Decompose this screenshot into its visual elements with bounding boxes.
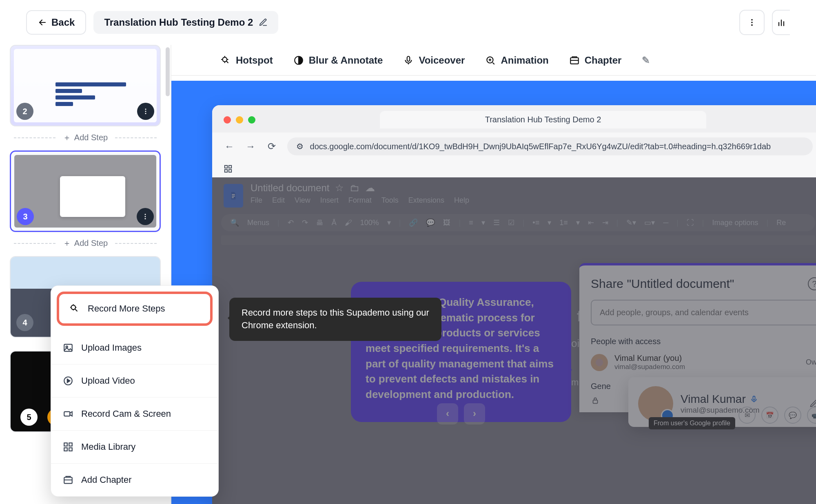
svg-rect-31: [69, 443, 72, 446]
step-number-badge: 5: [20, 409, 38, 426]
app-header: Back Translation Hub Testing Demo 2: [0, 0, 816, 45]
image-icon: [62, 342, 74, 354]
svg-point-1: [751, 22, 753, 23]
svg-rect-30: [64, 443, 67, 446]
step-more-button[interactable]: [137, 208, 154, 225]
tab-overflow[interactable]: ✎: [642, 55, 650, 66]
tab-chapter[interactable]: Chapter: [569, 55, 622, 66]
svg-rect-33: [69, 448, 72, 451]
window-controls: [224, 116, 255, 124]
browser-titlebar: Translation Hub Testing Demo 2: [212, 105, 816, 133]
tab-hotspot[interactable]: Hotspot: [220, 55, 273, 66]
half-circle-icon: [293, 55, 304, 66]
tab-label: Voiceover: [419, 55, 465, 66]
analytics-button[interactable]: [772, 10, 790, 35]
bar-chart-icon: [776, 18, 786, 27]
tab-label: Chapter: [585, 55, 622, 66]
arrow-left-icon: [38, 18, 47, 27]
maximize-dot-icon: [248, 116, 255, 124]
chapter-icon: [62, 474, 74, 486]
apps-icon[interactable]: [212, 160, 816, 177]
add-step-label: Add Step: [74, 133, 108, 142]
svg-point-5: [145, 113, 146, 114]
nav-reload-icon[interactable]: ⟳: [266, 141, 277, 152]
add-step-divider[interactable]: ＋ Add Step: [10, 132, 161, 143]
svg-rect-17: [229, 166, 231, 168]
sidebar-scrollbar[interactable]: [166, 47, 170, 96]
address-text: docs.google.com/document/d/1KO9_twBdH9H_…: [310, 142, 771, 151]
back-button[interactable]: Back: [26, 10, 86, 35]
tab-blur-annotate[interactable]: Blur & Annotate: [293, 55, 383, 66]
svg-rect-13: [407, 56, 410, 61]
plus-icon: ＋: [63, 132, 71, 143]
camera-icon: [62, 408, 74, 420]
tab-label: Animation: [501, 55, 548, 66]
step-more-button[interactable]: [137, 103, 154, 120]
address-bar[interactable]: ⚙ docs.google.com/document/d/1KO9_twBdH9…: [287, 137, 813, 155]
svg-point-3: [145, 108, 146, 110]
browser-toolbar: ← → ⟳ ⚙ docs.google.com/document/d/1KO9_…: [212, 133, 816, 160]
close-dot-icon: [224, 116, 231, 124]
dots-vertical-icon: [747, 18, 756, 27]
popover-upload-video[interactable]: Upload Video: [51, 365, 218, 398]
editor-tabs: Hotspot Blur & Annotate Voiceover Animat…: [171, 45, 816, 76]
popover-item-label: Upload Images: [81, 343, 142, 353]
svg-point-6: [145, 214, 146, 215]
svg-rect-16: [225, 166, 227, 168]
svg-point-7: [145, 216, 146, 217]
step-number-badge: 2: [16, 103, 33, 120]
step-number-badge: 4: [16, 314, 33, 331]
step-number-badge: 3: [17, 208, 34, 225]
page-title: Translation Hub Testing Demo 2: [104, 17, 253, 28]
popover-item-label: Add Chapter: [81, 475, 132, 485]
tooltip-text: Record more steps to this Supademo using…: [242, 307, 429, 330]
more-menu-button[interactable]: [739, 10, 765, 35]
add-step-divider[interactable]: ＋ Add Step: [10, 238, 161, 249]
add-step-popover: Record More Steps Upload Images Upload V…: [51, 285, 219, 497]
svg-rect-15: [570, 58, 579, 64]
popover-item-label: Record Cam & Screen: [81, 409, 171, 419]
nav-forward-icon[interactable]: →: [245, 141, 256, 152]
add-step-label: Add Step: [74, 239, 108, 248]
preview-canvas: Translation Hub Testing Demo 2 ← → ⟳ ⚙ d…: [171, 81, 816, 504]
back-label: Back: [51, 17, 75, 28]
microphone-icon: [403, 55, 414, 66]
nav-back-icon[interactable]: ←: [224, 141, 235, 152]
svg-rect-18: [225, 170, 227, 172]
page-title-chip[interactable]: Translation Hub Testing Demo 2: [93, 11, 278, 34]
popover-record-more-steps[interactable]: Record More Steps: [57, 292, 213, 326]
step-thumbnail-2[interactable]: 2: [10, 45, 161, 126]
svg-point-2: [751, 24, 753, 26]
svg-rect-29: [64, 412, 70, 416]
pencil-icon: ✎: [642, 55, 650, 66]
svg-rect-32: [64, 448, 67, 451]
browser-tab-title: Translation Hub Testing Demo 2: [380, 111, 706, 128]
svg-point-4: [145, 111, 146, 112]
popover-record-cam-screen[interactable]: Record Cam & Screen: [51, 398, 218, 431]
svg-point-0: [751, 19, 753, 21]
chapter-icon: [569, 55, 580, 66]
svg-rect-19: [229, 170, 231, 172]
pencil-icon[interactable]: [259, 18, 268, 27]
cursor-click-icon: [69, 303, 80, 314]
grid-icon: [62, 441, 74, 453]
plus-icon: ＋: [63, 238, 71, 249]
target-icon: [220, 55, 231, 66]
minimize-dot-icon: [236, 116, 243, 124]
play-circle-icon: [62, 375, 74, 387]
tab-label: Blur & Annotate: [309, 55, 383, 66]
svg-rect-26: [64, 344, 72, 351]
tab-label: Hotspot: [236, 55, 273, 66]
tab-animation[interactable]: Animation: [485, 55, 548, 66]
tab-voiceover[interactable]: Voiceover: [403, 55, 465, 66]
popover-add-chapter[interactable]: Add Chapter: [51, 464, 218, 496]
popover-upload-images[interactable]: Upload Images: [51, 332, 218, 365]
popover-item-label: Media Library: [81, 442, 135, 452]
popover-item-label: Record More Steps: [88, 303, 165, 314]
svg-point-8: [145, 218, 146, 219]
step-thumbnail-3[interactable]: 3: [10, 150, 161, 232]
record-more-tooltip: Record more steps to this Supademo using…: [229, 298, 441, 341]
popover-media-library[interactable]: Media Library: [51, 431, 218, 464]
site-settings-icon: ⚙: [296, 142, 304, 151]
zoom-icon: [485, 55, 496, 66]
